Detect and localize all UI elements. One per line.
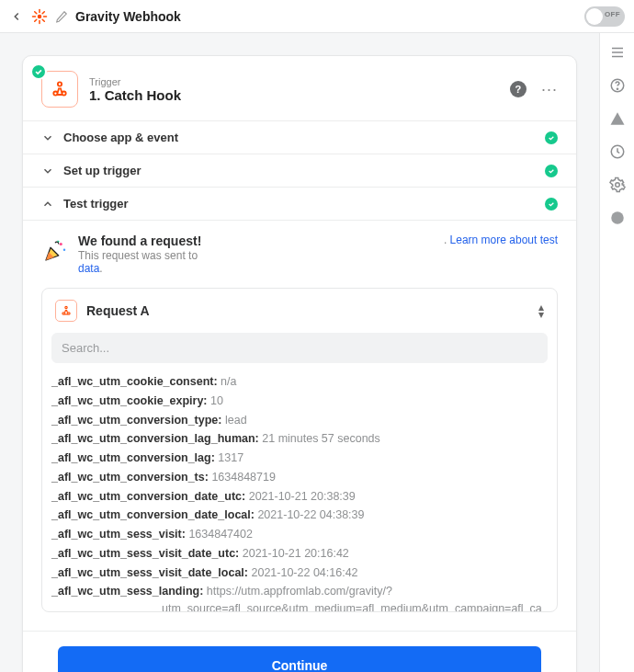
step-title: 1. Catch Hook: [89, 87, 181, 103]
substep-test-trigger-label: Test trigger: [63, 197, 129, 211]
outline-icon[interactable]: [607, 42, 628, 63]
substep-choose-app-label: Choose app & event: [63, 131, 178, 144]
search-input[interactable]: [51, 333, 548, 363]
learn-more-link[interactable]: . Learn more about test: [444, 233, 558, 246]
data-row: _afl_wc_utm_conversion_ts: 1634848719: [51, 468, 548, 487]
substep-setup-trigger[interactable]: Set up trigger: [23, 154, 576, 187]
substep-choose-app[interactable]: Choose app & event: [23, 120, 576, 154]
svg-rect-2: [39, 19, 40, 24]
svg-point-24: [68, 313, 70, 314]
toggle-label: OFF: [605, 10, 620, 18]
step-header-actions: ? ···: [510, 81, 558, 97]
step-kind-label: Trigger: [89, 76, 181, 87]
toggle-knob: [586, 8, 603, 25]
continue-wrap: Continue: [23, 631, 576, 672]
svg-point-13: [617, 88, 617, 89]
substep-complete-icon: [545, 198, 558, 211]
party-popper-icon: [41, 237, 69, 265]
trigger-step-card: Trigger 1. Catch Hook ? ··· Choose app &…: [22, 55, 577, 672]
svg-point-23: [62, 313, 64, 314]
data-row: _afl_wc_utm_sess_visit: 1634847402: [51, 525, 548, 544]
page-title: Gravity Webhook: [75, 9, 181, 24]
data-row: _afl_wc_utm_cookie_consent: n/a: [51, 372, 548, 392]
data-row: _afl_wc_utm_conversion_lag: 1317: [51, 449, 548, 468]
step-complete-badge: [30, 63, 47, 80]
substep-complete-icon: [545, 165, 558, 177]
test-result-header: We found a request! This request was sen…: [41, 233, 558, 275]
svg-rect-6: [34, 18, 38, 22]
canvas: Trigger 1. Catch Hook ? ··· Choose app &…: [0, 33, 599, 672]
continue-button[interactable]: Continue: [58, 646, 541, 672]
data-row: _afl_wc_utm_sess_visit_date_local: 2021-…: [51, 564, 548, 583]
data-row: _afl_wc_utm_sess_visit_date_utc: 2021-10…: [51, 544, 548, 564]
help-icon[interactable]: [607, 75, 628, 96]
topbar: Gravity Webhook OFF: [0, 0, 634, 33]
svg-rect-3: [32, 16, 37, 17]
substep-complete-icon: [545, 131, 558, 144]
svg-point-0: [38, 14, 42, 18]
svg-rect-7: [34, 10, 38, 14]
request-selector[interactable]: Request A ▴▾: [42, 289, 557, 333]
svg-rect-8: [41, 18, 45, 22]
back-button[interactable]: [9, 9, 24, 24]
step-menu-button[interactable]: ···: [541, 85, 558, 94]
svg-point-19: [58, 82, 62, 85]
sort-arrows-icon: ▴▾: [538, 303, 544, 318]
request-panel: Request A ▴▾ _afl_wc_utm_cookie_consent:…: [41, 288, 558, 612]
edit-title-icon[interactable]: [55, 10, 68, 23]
test-data-link[interactable]: data: [78, 262, 99, 275]
data-row: _afl_wc_utm_conversion_lag_human: 21 min…: [51, 429, 548, 449]
settings-icon[interactable]: [607, 175, 628, 195]
test-trigger-body: We found a request! This request was sen…: [23, 220, 576, 631]
test-result-title: We found a request!: [78, 233, 201, 248]
request-selector-label: Request A: [86, 303, 150, 318]
step-header: Trigger 1. Catch Hook ? ···: [23, 56, 576, 120]
svg-point-20: [60, 243, 62, 245]
substep-setup-trigger-label: Set up trigger: [63, 164, 142, 177]
step-header-text: Trigger 1. Catch Hook: [89, 76, 181, 103]
data-row: _afl_wc_utm_conversion_date_local: 2021-…: [51, 506, 548, 525]
enable-toggle[interactable]: OFF: [584, 6, 625, 27]
svg-point-25: [65, 306, 67, 308]
right-rail: [599, 33, 634, 672]
step-help-button[interactable]: ?: [510, 81, 526, 97]
substep-test-trigger[interactable]: Test trigger: [23, 187, 576, 220]
search-wrap: [42, 333, 557, 372]
warning-icon[interactable]: [607, 108, 628, 129]
svg-rect-1: [39, 8, 40, 13]
webhook-app-icon: [41, 71, 78, 108]
svg-point-15: [615, 183, 619, 188]
webhook-app-icon: [55, 300, 77, 322]
data-row: _afl_wc_utm_conversion_date_utc: 2021-10…: [51, 487, 548, 507]
history-icon[interactable]: [607, 142, 628, 162]
info-icon[interactable]: [607, 208, 628, 228]
data-row: _afl_wc_utm_cookie_expiry: 10: [51, 392, 548, 411]
request-data-list: _afl_wc_utm_cookie_consent: n/a_afl_wc_u…: [42, 372, 557, 611]
svg-point-16: [611, 211, 624, 224]
svg-point-21: [63, 249, 66, 252]
svg-rect-4: [43, 16, 48, 17]
data-row: _afl_wc_utm_conversion_type: lead: [51, 411, 548, 430]
test-result-subtitle: This request was sent to data.: [78, 249, 201, 275]
topbar-left: Gravity Webhook: [9, 8, 181, 25]
data-row: _afl_wc_utm_sess_landing: https://utm.ap…: [51, 582, 548, 611]
zapier-logo-icon: [31, 8, 48, 25]
svg-rect-5: [41, 10, 45, 14]
test-result-text: We found a request! This request was sen…: [78, 233, 201, 275]
